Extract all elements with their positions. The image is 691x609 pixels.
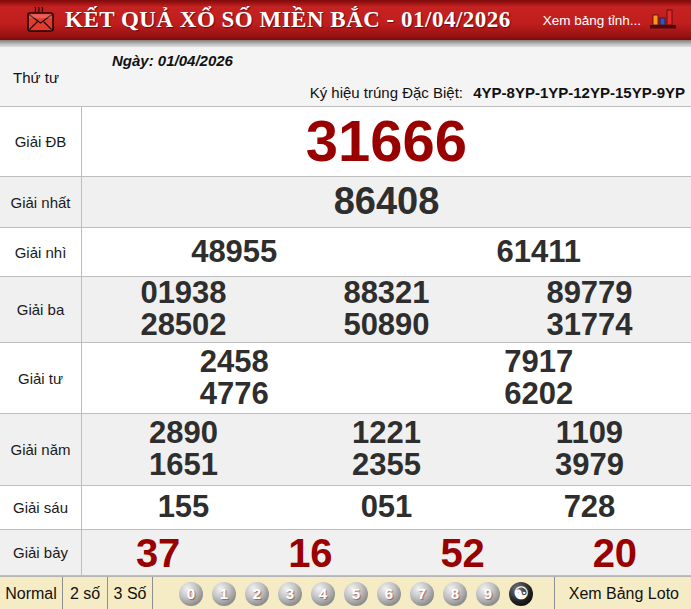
prize-number: 2355 (285, 449, 488, 482)
digit-ball-9[interactable]: 9 (476, 582, 500, 606)
tab-normal[interactable]: Normal (0, 577, 63, 609)
header-divider-strip (0, 40, 691, 47)
special-symbol-label: Ký hiệu trúng Đặc Biệt: (310, 84, 463, 101)
prize-number: 52 (387, 532, 539, 574)
weekday-label: Thứ tư (13, 69, 59, 86)
prize-row: Giải nhì4895561411 (0, 228, 691, 277)
prize-number: 88321 (285, 277, 488, 310)
prize-number: 155 (82, 491, 285, 524)
prize-values: 86408 (82, 177, 691, 227)
prize-number: 86408 (82, 182, 691, 222)
loto-table-link[interactable]: Xem Bảng Loto (554, 577, 691, 609)
digit-ball-3[interactable]: 3 (278, 582, 302, 606)
prize-number: 01938 (82, 277, 285, 310)
province-table-link[interactable]: Xem bảng tỉnh... (543, 0, 677, 40)
prize-row: Giải ba019388832189779285025089031774 (0, 277, 691, 343)
digit-ball-5[interactable]: 5 (344, 582, 368, 606)
prize-row: Giải nhất86408 (0, 177, 691, 228)
tab-3-digits[interactable]: 3 Số (108, 577, 153, 609)
prize-number: 31774 (488, 309, 691, 342)
tab-3-digits-label[interactable]: 3 Số (114, 585, 147, 603)
prize-number: 31666 (82, 111, 691, 172)
header-bar: KẾT QUẢ XỔ SỐ MIỀN BẮC - 01/04/2026 Xem … (0, 0, 691, 40)
prize-values: 2458791747766202 (82, 343, 691, 413)
prize-number: 2890 (82, 417, 285, 450)
digit-ball-1[interactable]: 1 (212, 582, 236, 606)
envelope-icon (27, 7, 55, 33)
prize-label: Giải nhì (0, 228, 82, 276)
page-title: KẾT QUẢ XỔ SỐ MIỀN BẮC - 01/04/2026 (65, 7, 511, 33)
prize-number: 28502 (82, 309, 285, 342)
prize-number: 20 (539, 532, 691, 574)
tab-normal-label[interactable]: Normal (5, 585, 57, 603)
prize-values: 019388832189779285025089031774 (82, 277, 691, 342)
prize-number: 3979 (488, 449, 691, 482)
prize-number: 16 (234, 532, 386, 574)
lottery-results-page: KẾT QUẢ XỔ SỐ MIỀN BẮC - 01/04/2026 Xem … (0, 0, 691, 609)
prize-number: 61411 (387, 236, 691, 269)
prize-number: 728 (488, 491, 691, 524)
prize-values: 31666 (82, 107, 691, 176)
prize-label: Giải tư (0, 343, 82, 413)
draw-date: Ngày: 01/04/2026 (112, 52, 233, 69)
results-table: Giải ĐB31666Giải nhất86408Giải nhì489556… (0, 106, 691, 576)
prize-row: Giải sáu155051728 (0, 486, 691, 530)
prize-values: 37165220 (82, 530, 691, 575)
prize-number: 6202 (387, 378, 691, 411)
prize-row: Giải ĐB31666 (0, 107, 691, 177)
prize-number: 051 (285, 491, 488, 524)
prize-row: Giải năm289012211109165123553979 (0, 414, 691, 486)
prize-label: Giải bảy (0, 530, 82, 575)
digit-ball-7[interactable]: 7 (410, 582, 434, 606)
prize-label: Giải nhất (0, 177, 82, 227)
special-symbol-line: Ký hiệu trúng Đặc Biệt: 4YP-8YP-1YP-12YP… (310, 84, 685, 101)
prize-number: 1109 (488, 417, 691, 450)
digit-ball-2[interactable]: 2 (245, 582, 269, 606)
prize-number: 1651 (82, 449, 285, 482)
loto-table-link-label[interactable]: Xem Bảng Loto (569, 585, 679, 603)
prize-number: 2458 (82, 346, 387, 379)
digit-ball-8[interactable]: 8 (443, 582, 467, 606)
draw-info-section: Thứ tư Ngày: 01/04/2026 Ký hiệu trúng Đặ… (0, 47, 691, 106)
bar-chart-icon[interactable] (649, 6, 677, 34)
digit-ball-row: 0123456789☯ (153, 577, 554, 609)
tab-2-digits[interactable]: 2 số (63, 577, 108, 609)
footer-bar: Normal 2 số 3 Số 0123456789☯ Xem Bảng Lo… (0, 576, 691, 609)
digit-ball-4[interactable]: 4 (311, 582, 335, 606)
tab-2-digits-label[interactable]: 2 số (70, 585, 100, 603)
prize-number: 89779 (488, 277, 691, 310)
prize-values: 289012211109165123553979 (82, 414, 691, 485)
prize-row: Giải bảy37165220 (0, 530, 691, 576)
digit-ball-6[interactable]: 6 (377, 582, 401, 606)
prize-number: 50890 (285, 309, 488, 342)
prize-label: Giải sáu (0, 486, 82, 529)
prize-number: 1221 (285, 417, 488, 450)
prize-label: Giải năm (0, 414, 82, 485)
prize-label: Giải ĐB (0, 107, 82, 176)
special-symbol-value: 4YP-8YP-1YP-12YP-15YP-9YP (473, 84, 685, 101)
prize-label: Giải ba (0, 277, 82, 342)
prize-row: Giải tư2458791747766202 (0, 343, 691, 414)
province-table-link-label[interactable]: Xem bảng tỉnh... (543, 13, 641, 28)
yin-yang-ball-icon[interactable]: ☯ (509, 582, 533, 606)
prize-values: 4895561411 (82, 228, 691, 276)
prize-number: 4776 (82, 378, 387, 411)
prize-number: 37 (82, 532, 234, 574)
digit-ball-0[interactable]: 0 (179, 582, 203, 606)
prize-number: 48955 (82, 236, 387, 269)
prize-number: 7917 (387, 346, 691, 379)
prize-values: 155051728 (82, 486, 691, 529)
